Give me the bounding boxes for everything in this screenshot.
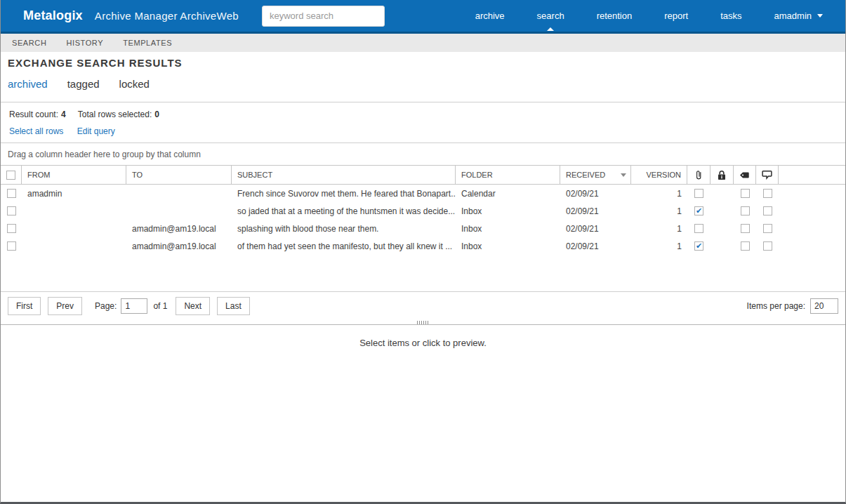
- grid-empty-space: [1, 255, 845, 291]
- grid-header: FROM TO SUBJECT FOLDER RECEIVED VERSION: [1, 165, 845, 185]
- chevron-down-icon: [817, 14, 823, 18]
- column-header-received[interactable]: RECEIVED: [560, 166, 631, 184]
- column-header-lock[interactable]: [710, 166, 734, 184]
- cell-lock: [710, 185, 734, 202]
- cell-folder: Inbox: [456, 220, 560, 237]
- table-row[interactable]: amadmin@am19.local of them had yet seen …: [1, 237, 845, 255]
- table-row[interactable]: amadmin@am19.local splashing with blood …: [1, 220, 845, 237]
- result-tabs: archived tagged locked: [8, 78, 845, 90]
- cell-received: 02/09/21: [560, 185, 631, 202]
- nav-item-tasks[interactable]: tasks: [712, 0, 750, 32]
- cell-received: 02/09/21: [560, 220, 631, 237]
- tag-checkbox[interactable]: [741, 206, 750, 215]
- user-menu-label: amadmin: [774, 11, 812, 21]
- sort-indicator-icon: [621, 173, 626, 177]
- group-by-drop-zone[interactable]: Drag a column header here to group by th…: [1, 143, 845, 165]
- select-all-checkbox-cell: [1, 166, 22, 184]
- select-all-checkbox[interactable]: [6, 171, 15, 180]
- row-select-checkbox[interactable]: [7, 189, 16, 198]
- app-window: Metalogix Archive Manager ArchiveWeb arc…: [0, 0, 846, 504]
- table-row[interactable]: amadmin French since Suvorov met them. H…: [1, 185, 845, 202]
- tag-checkbox[interactable]: [741, 224, 750, 233]
- result-count-label: Result count:: [9, 110, 58, 119]
- cell-to: amadmin@am19.local: [126, 220, 232, 237]
- comment-checkbox[interactable]: [763, 224, 772, 233]
- column-header-version[interactable]: VERSION: [631, 166, 687, 184]
- result-count-value: 4: [61, 110, 66, 119]
- user-menu[interactable]: amadmin: [766, 0, 831, 32]
- rows-selected-label: Total rows selected:: [78, 110, 152, 119]
- attachment-checkbox[interactable]: [694, 241, 703, 251]
- column-header-folder[interactable]: FOLDER: [456, 166, 560, 184]
- next-page-button[interactable]: Next: [176, 297, 210, 315]
- column-header-subject[interactable]: SUBJECT: [232, 166, 456, 184]
- grid-body: amadmin French since Suvorov met them. H…: [1, 185, 845, 255]
- cell-filler: [779, 185, 845, 202]
- cell-received: 02/09/21: [560, 237, 631, 255]
- subnav-item-templates[interactable]: TEMPLATES: [114, 39, 180, 47]
- cell-subject: French since Suvorov met them. He feared…: [232, 185, 456, 202]
- subnav-item-history[interactable]: HISTORY: [58, 39, 112, 47]
- cell-subject: splashing with blood those near them.: [232, 220, 456, 237]
- nav-item-retention[interactable]: retention: [588, 0, 641, 32]
- row-select-checkbox[interactable]: [7, 206, 16, 215]
- comment-checkbox[interactable]: [763, 241, 772, 251]
- attachment-checkbox[interactable]: [694, 224, 703, 233]
- cell-to: amadmin@am19.local: [126, 237, 232, 255]
- preview-pane: Select items or click to preview.: [1, 325, 845, 502]
- first-page-button[interactable]: First: [8, 297, 41, 315]
- tag-checkbox[interactable]: [741, 189, 750, 198]
- column-header-attachment[interactable]: [687, 166, 710, 184]
- cell-lock: [710, 237, 734, 255]
- attachment-checkbox[interactable]: [694, 189, 703, 198]
- cell-version: 1: [631, 185, 687, 202]
- keyword-search-input[interactable]: [262, 6, 385, 27]
- preview-hint-text: Select items or click to preview.: [359, 338, 487, 502]
- pane-splitter[interactable]: [1, 320, 845, 325]
- page-of-label: of 1: [153, 301, 167, 311]
- subnav-item-search[interactable]: SEARCH: [4, 39, 55, 47]
- tag-checkbox[interactable]: [741, 241, 750, 251]
- nav-item-archive[interactable]: archive: [467, 0, 513, 32]
- page-number-input[interactable]: [121, 298, 147, 314]
- pagination-bar: First Prev Page: of 1 Next Last Items pe…: [1, 291, 845, 320]
- rows-selected-value: 0: [154, 110, 159, 119]
- tab-archived[interactable]: archived: [8, 78, 48, 90]
- cell-filler: [779, 220, 845, 237]
- tab-locked[interactable]: locked: [119, 78, 150, 90]
- column-header-comment[interactable]: [756, 166, 779, 184]
- cell-version: 1: [631, 237, 687, 255]
- tab-tagged[interactable]: tagged: [67, 78, 100, 90]
- edit-query-link[interactable]: Edit query: [77, 126, 115, 136]
- comment-checkbox[interactable]: [763, 206, 772, 215]
- column-header-from[interactable]: FROM: [22, 166, 126, 184]
- nav-item-report[interactable]: report: [656, 0, 696, 32]
- column-header-tag[interactable]: [734, 166, 756, 184]
- result-counts: Result count:4 Total rows selected:0: [9, 110, 837, 119]
- cell-from: [22, 202, 126, 220]
- nav-item-search[interactable]: search: [529, 0, 573, 32]
- comment-checkbox[interactable]: [763, 189, 772, 198]
- received-label: RECEIVED: [566, 171, 605, 179]
- paperclip-icon: [694, 170, 703, 180]
- row-select-checkbox[interactable]: [7, 241, 16, 251]
- cell-filler: [779, 202, 845, 220]
- cell-from: [22, 237, 126, 255]
- cell-from: [22, 220, 126, 237]
- cell-lock: [710, 220, 734, 237]
- table-row[interactable]: so jaded that at a meeting of the huntsm…: [1, 202, 845, 220]
- items-per-page: Items per page:: [747, 298, 838, 314]
- last-page-button[interactable]: Last: [217, 297, 250, 315]
- prev-page-button[interactable]: Prev: [48, 297, 82, 315]
- cell-version: 1: [631, 220, 687, 237]
- cell-folder: Inbox: [456, 237, 560, 255]
- column-header-to[interactable]: TO: [126, 166, 232, 184]
- select-all-rows-link[interactable]: Select all rows: [9, 126, 63, 136]
- splitter-grip-icon: [417, 321, 429, 324]
- items-per-page-input[interactable]: [810, 298, 838, 314]
- cell-folder: Inbox: [456, 202, 560, 220]
- attachment-checkbox[interactable]: [694, 206, 703, 215]
- row-select-checkbox[interactable]: [7, 224, 16, 233]
- cell-to: [126, 185, 232, 202]
- cell-subject: of them had yet seen the manifesto, but …: [232, 237, 456, 255]
